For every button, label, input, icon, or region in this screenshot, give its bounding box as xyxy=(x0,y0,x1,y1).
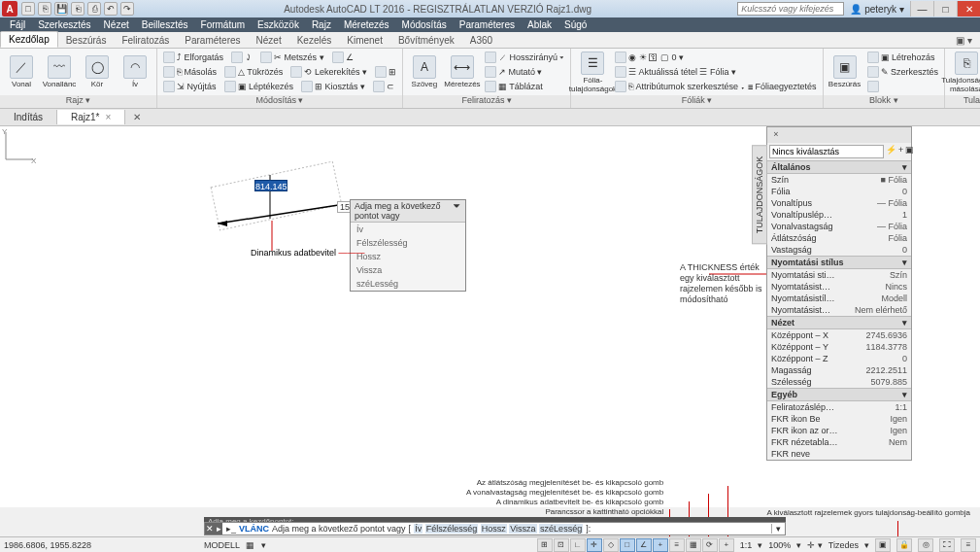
panel-title[interactable]: Blokk ▾ xyxy=(824,95,945,108)
prop-row[interactable]: Nyomtatásist…Nincs xyxy=(767,281,911,293)
save-icon[interactable]: 💾 xyxy=(54,2,68,16)
cmdline-dropdown[interactable]: ▾ xyxy=(771,524,785,534)
ribbontab-2[interactable]: Feliratozás xyxy=(114,33,177,48)
ribbon-small-button[interactable]: ⟋ Hosszirányú ▾ xyxy=(483,51,567,64)
maximize-button[interactable]: □ xyxy=(933,1,957,17)
prop-row[interactable]: Szélesség5079.885 xyxy=(767,376,911,388)
new-icon[interactable]: □ xyxy=(21,2,35,16)
ribbon-small-button[interactable]: ▣ Létrehozás xyxy=(865,51,937,64)
cmd-option[interactable]: Félszélesség xyxy=(425,524,479,534)
ribbontab-3[interactable]: Paraméteres xyxy=(177,33,248,48)
menu-méretezés[interactable]: Méretezés xyxy=(338,18,395,31)
minimize-button[interactable]: — xyxy=(910,1,933,17)
prop-row[interactable]: FKR ikon az or…Igen xyxy=(767,425,911,436)
dyninput-button[interactable]: + xyxy=(653,538,668,552)
prop-row[interactable]: Középpont – Z0 xyxy=(767,353,911,364)
ribbon-minimize-icon[interactable]: ▣ ▾ xyxy=(948,33,980,48)
ribbon-button[interactable]: ASzöveg xyxy=(407,51,442,93)
ribbon-small-button[interactable]: ⇲ Nyújtás xyxy=(161,80,219,93)
prop-row[interactable]: ÁtlátszóságFólia xyxy=(767,232,911,244)
panel-title[interactable]: Tulajdonságok ▾ xyxy=(945,95,980,108)
selection-filter-input[interactable] xyxy=(769,145,884,158)
ribbon-small-button[interactable]: ⤴ Elforgatás xyxy=(161,51,225,64)
lineweight-button[interactable]: ≡ xyxy=(669,538,685,552)
drawing-canvas[interactable]: 814.145 15° Adja meg a következő pontot … xyxy=(0,126,980,507)
prop-row[interactable]: Középpont – Y1184.3778 xyxy=(767,341,911,353)
panel-title[interactable]: Rajz ▾ xyxy=(0,95,156,108)
prop-row[interactable]: FKR neve xyxy=(767,448,911,460)
menu-szerkesztés[interactable]: Szerkesztés xyxy=(32,18,96,31)
grid-button[interactable]: ⊞ xyxy=(537,538,553,552)
cmdline-handle[interactable]: ✕ ▸ xyxy=(205,523,222,535)
ribbontab-5[interactable]: Kezelés xyxy=(289,33,340,48)
ribbon-button[interactable]: ⟷Méretezés xyxy=(445,51,480,93)
ribbon-small-button[interactable]: ⎘ Másolás xyxy=(161,65,219,79)
menu-beillesztés[interactable]: Beillesztés xyxy=(136,18,194,31)
prop-group-header[interactable]: Nézet▾ xyxy=(767,316,911,329)
ribbon-button[interactable]: ⎘Tulajdonságok másolása xyxy=(949,51,980,93)
ribbon-small-button[interactable]: ☰ Aktuálissá tétel ☰ Fólia ▾ xyxy=(613,65,738,79)
ribbon-small-button[interactable]: ▣ Léptékezés xyxy=(222,80,296,93)
isolate-button[interactable]: ◎ xyxy=(918,538,933,552)
otrack-button[interactable]: ∠ xyxy=(636,538,652,552)
quickprops-button[interactable]: ▣ xyxy=(875,538,891,552)
snap-button[interactable]: ⊡ xyxy=(554,538,569,552)
prop-row[interactable]: Vonalvastagság— Fólia xyxy=(767,221,911,232)
cmd-option[interactable]: Ív xyxy=(414,524,422,534)
ortho-button[interactable]: ∟ xyxy=(570,538,586,552)
units-button[interactable]: Tizedes xyxy=(828,540,859,550)
dynamic-distance-input[interactable]: 814.145 xyxy=(254,180,287,191)
ribbontab-1[interactable]: Beszúrás xyxy=(58,33,115,48)
help-search-input[interactable] xyxy=(737,2,844,16)
ribbon-small-button[interactable]: ⊞ Kiosztás ▾ xyxy=(299,80,367,93)
open-icon[interactable]: ⎘ xyxy=(38,2,51,16)
ribbon-button[interactable]: 〰Vonallánc xyxy=(42,51,77,93)
prop-row[interactable]: Középpont – X2745.6936 xyxy=(767,329,911,341)
menu-fájl[interactable]: Fájl xyxy=(4,18,31,31)
cmd-option[interactable]: széLesség xyxy=(539,524,583,534)
prop-row[interactable]: Vonaltípuslép…1 xyxy=(767,209,911,221)
ribbon-button[interactable]: ／Vonal xyxy=(4,51,39,93)
ribbon-small-button[interactable]: ⟲ Lekerekítés ▾ xyxy=(288,65,369,79)
ribbon-small-button[interactable]: ⤸ xyxy=(229,51,254,64)
pickadd-icon[interactable]: + xyxy=(898,145,903,158)
polar-button[interactable]: ✛ xyxy=(587,538,602,552)
menu-paraméteres[interactable]: Paraméteres xyxy=(454,18,521,31)
prop-row[interactable]: Feliratozáslép…1:1 xyxy=(767,401,911,413)
zoom-level[interactable]: 100% xyxy=(768,540,791,550)
command-line-current[interactable]: ✕ ▸ ▸_ VLÁNC Adja meg a következő pontot… xyxy=(204,522,786,535)
prop-group-header[interactable]: Nyomtatási stílus▾ xyxy=(767,256,911,269)
prop-row[interactable]: Vonaltípus— Fólia xyxy=(767,197,911,209)
dynamic-menu-item[interactable]: Félszélesség xyxy=(351,236,465,250)
panel-title[interactable]: Fóliák ▾ xyxy=(571,95,822,108)
new-tab-button[interactable]: ✕ xyxy=(125,110,149,124)
customize-button[interactable]: ≡ xyxy=(961,538,976,552)
ribbontab-4[interactable]: Nézet xyxy=(249,33,289,48)
user-menu[interactable]: 👤 peteryk ▾ xyxy=(850,4,904,15)
prop-row[interactable]: Nyomtatásist…Nem elérhető xyxy=(767,304,911,316)
prop-row[interactable]: Vastagság0 xyxy=(767,244,911,256)
prop-group-header[interactable]: Egyéb▾ xyxy=(767,388,911,401)
cmd-option[interactable]: Vissza xyxy=(509,524,536,534)
ribbon-small-button[interactable]: ⎘ Attribútumok szerkesztése ▾ ☰ Fóliaegy… xyxy=(613,80,818,93)
ribbon-small-button[interactable] xyxy=(865,80,883,93)
dynamic-menu-item[interactable]: széLesség xyxy=(351,277,465,291)
prop-row[interactable]: Nyomtatásistíl…Modell xyxy=(767,293,911,304)
prop-row[interactable]: Szín■ Fólia xyxy=(767,174,911,186)
ribbon-small-button[interactable]: ✂ Metszés ▾ xyxy=(258,51,326,64)
coordinates-readout[interactable]: 1986.6806, 1955.8228 xyxy=(4,540,198,550)
cmd-option[interactable]: Hossz xyxy=(481,524,507,534)
ribbon-small-button[interactable]: ✎ Szerkesztés xyxy=(865,65,941,79)
menu-módosítás[interactable]: Módosítás xyxy=(396,18,453,31)
clean-screen-button[interactable]: ⛶ xyxy=(939,538,955,552)
ribbon-small-button[interactable]: ▦ Táblázat xyxy=(483,80,545,93)
palette-close-icon[interactable]: × xyxy=(770,129,782,141)
isodraft-button[interactable]: ◇ xyxy=(603,538,619,552)
drawing-tab[interactable]: Rajz1* × xyxy=(57,110,125,124)
ribbon-button[interactable]: ◠Ív xyxy=(118,51,152,93)
ribbontab-6[interactable]: Kimenet xyxy=(339,33,390,48)
dynamic-menu-item[interactable]: Hossz xyxy=(351,250,465,263)
prop-row[interactable]: Nyomtatási sti…Szín xyxy=(767,269,911,281)
ribbontab-0[interactable]: Kezdőlap xyxy=(0,31,58,48)
dynamic-menu-item[interactable]: Vissza xyxy=(351,263,465,277)
